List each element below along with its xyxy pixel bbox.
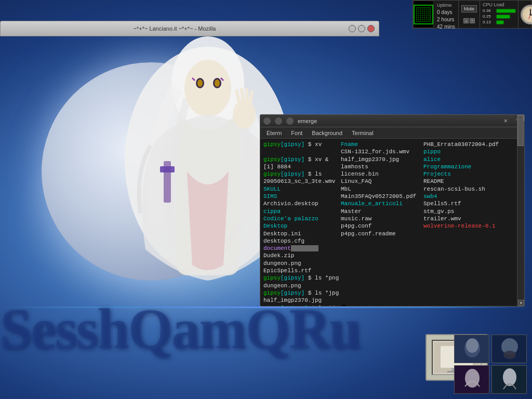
term-line: pippo [423,148,512,155]
browser-close-btn[interactable] [367,25,375,32]
terminal-title: emerge [298,118,498,124]
term-line: gipsy[gipsy] $ ls *png [263,274,339,282]
term-line: Fname [341,141,421,148]
term-line: MbL [341,185,421,193]
term-line: Codice'a palazzo [263,215,339,222]
menu-eterm[interactable]: Eterm [262,129,286,137]
thumbnail-2[interactable] [491,335,527,363]
cpu-label: CPU Load [483,2,515,7]
thumb-row-2 [454,365,527,394]
term-line: Programmazione [423,163,512,170]
browser-window: ~*+*~ Lanciano.it ~*+*~ - Mozilla [0,21,379,36]
term-line: Master [341,208,421,215]
term-line: desktops.cfg [263,237,339,245]
term-line: gipsy[gipsy] $ xv & [263,156,339,163]
svg-point-3 [184,60,231,117]
term-line: gipsy[gipsy] $ ls [263,170,339,178]
term-btn-2[interactable] [275,117,282,125]
volume-dots: ◂ ? [463,18,475,23]
scrollbar-thumb[interactable] [517,139,524,146]
desktop-background: ~*+*~ Lanciano.it ~*+*~ - Mozilla Uptime… [0,0,532,399]
browser-maximize-btn[interactable] [358,25,365,32]
cpu-bar-row-1: 0.36 [483,8,515,13]
svg-point-30 [503,351,516,359]
vol-dot-1: ◂ [463,18,469,23]
thumb-row-1 [454,335,527,363]
uptime-days: 0 days [437,9,455,16]
term-line: swb4 [423,193,512,200]
cpu-val-2: 0.25 [483,14,495,19]
browser-window-buttons [349,25,375,32]
term-line: license.bin [341,170,421,178]
term-line [263,148,339,155]
thumbnail-1[interactable] [454,335,489,363]
menu-background[interactable]: Background [308,129,347,137]
cpu-bars-container: 0.36 0.25 0.13 [483,8,515,24]
term-line: trailer.wmv [423,215,512,222]
term-line: lamhosts [341,163,421,170]
browser-minimize-btn[interactable] [349,25,356,32]
terminal-titlebar: emerge ✕ ? [260,115,524,127]
cpu-bar-3 [497,21,503,24]
clock-widget [518,1,532,28]
term-line: cippa [263,208,339,215]
term-btn-1[interactable] [263,117,271,125]
terminal-close-btn[interactable]: ✕ [502,117,510,125]
term-col-2: Fname CSN-1312_for.jds.wmv half_imgp2370… [341,141,421,304]
term-line: gipsy[gipsy] $ ls *jpg [263,289,339,297]
term-col-3: PHB_Errata03072004.pdf pippo alice Progr… [423,141,512,304]
term-line: 20050613_sc_3_3te.wmv [263,178,339,185]
thumbnail-grid [454,335,527,394]
mute-button[interactable]: Mute [461,5,477,12]
term-line: stm_gv.ps [423,208,512,215]
cpu-bar-1 [497,9,515,12]
term-line: alice [423,156,512,163]
cpu-val-1: 0.36 [483,8,495,13]
cpu-monitor: CPU Load 0.36 0.25 0.13 [480,1,518,28]
term-line: gipsy[gipsy] $ xv [263,141,339,148]
svg-point-34 [503,368,516,386]
vol-dot-2: ? [470,18,475,23]
clock-face [521,5,532,24]
term-line: Main35FAQv05272005.pdf [341,193,421,200]
svg-line-12 [251,92,252,101]
cpu-bar-row-2: 0.25 [483,14,515,19]
uptime-label: Uptime [437,2,455,9]
thumbnail-3[interactable] [454,365,489,394]
terminal-window: emerge ✕ ? Eterm Font Background Termina… [260,114,525,307]
uptime-mins: 42 mins [437,23,455,31]
term-line: SIMS [263,193,339,200]
menu-font[interactable]: Font [287,129,307,137]
terminal-menubar: Eterm Font Background Terminal [260,127,524,139]
term-line: p4pg.conf.readme [341,230,421,237]
term-line: music.raw [341,215,421,222]
term-line: Desktop [263,222,339,230]
term-line: EpicSpells.rtf [263,267,339,274]
clock-svg [522,6,532,23]
term-line: Manuale_e_articoli [341,200,421,207]
svg-point-6 [197,79,203,87]
term-line: Archivio.desktop [263,200,339,207]
term-line: dungeon.png [263,260,339,267]
audio-control: Mute ◂ ? [459,1,480,28]
menu-terminal[interactable]: Terminal [348,129,378,137]
svg-point-32 [465,369,480,388]
term-col-1: gipsy[gipsy] $ xv gipsy[gipsy] $ xv & [1… [263,141,339,304]
term-line: [1] 8884 [263,163,339,170]
svg-point-19 [529,14,531,16]
svg-rect-14 [160,166,175,172]
terminal-scrollbar[interactable]: ▲ ▼ [517,139,524,306]
term-btn-3[interactable] [286,117,294,125]
thumbnail-4[interactable] [491,365,527,394]
cpu-bar-row-3: 0.13 [483,20,515,24]
system-monitor: Uptime 0 days 2 hours 42 mins Mute ◂ ? C… [413,0,532,29]
uptime-hours: 2 hours [437,16,455,23]
term-line: PHB_Errata03072004.pdf [423,141,512,148]
term-line: wolverine-release-0.1 [423,222,512,230]
term-line: half_imgp2370.jpg [341,156,421,163]
svg-line-10 [242,89,243,100]
terminal-body[interactable]: gipsy[gipsy] $ xv gipsy[gipsy] $ xv & [1… [260,139,524,306]
term-line: CSN-1312_for.jds.wmv [341,148,421,155]
term-line: rescan-scsi-bus.sh [423,185,512,193]
uptime-display: Uptime 0 days 2 hours 42 mins [434,1,459,28]
